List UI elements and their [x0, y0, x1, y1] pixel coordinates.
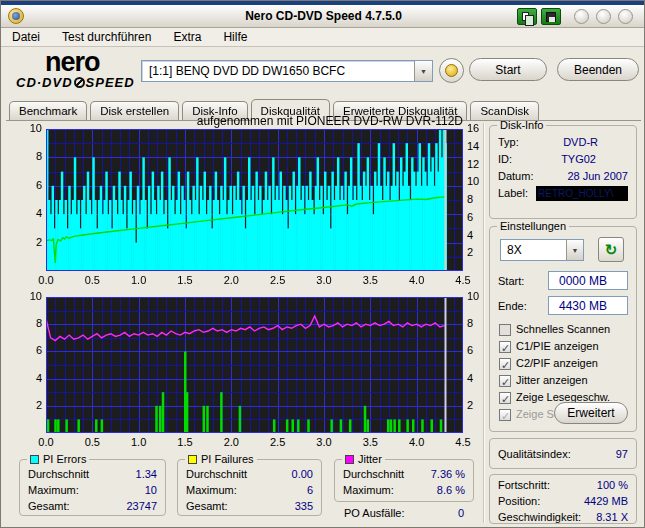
cyan-swatch-icon	[30, 455, 39, 464]
stat-value: 10	[145, 482, 157, 498]
axis-tick-label: 1.0	[124, 274, 154, 286]
advanced-button[interactable]: Erweitert	[554, 402, 628, 424]
disk-date-value: 28 Jun 2007	[567, 168, 628, 185]
checkbox-c2-pif[interactable]: C2/PIF anzeigen	[490, 355, 636, 372]
stat-value: 6	[307, 482, 313, 498]
axis-tick-label: 4.0	[402, 436, 432, 448]
stat-value: 0.00	[292, 466, 313, 482]
pi-errors-legend: PI Errors	[27, 453, 89, 465]
axis-tick-label: 2.0	[216, 436, 246, 448]
axis-tick-label: 6	[467, 211, 487, 223]
axis-tick-label: 4.0	[402, 274, 432, 286]
axis-tick-label: 3.5	[355, 274, 385, 286]
progress-group: Fortschritt:100 % Position:4429 MB Gesch…	[489, 474, 637, 524]
chevron-down-icon[interactable]: ▼	[566, 240, 583, 260]
disk-type-value: DVD-R	[563, 134, 598, 151]
axis-tick-label: 2	[17, 399, 42, 411]
checkbox-jitter[interactable]: Jitter anzeigen	[490, 372, 636, 389]
nero-logo: nero	[45, 49, 100, 75]
jitter-group: Jitter Durchschnitt7.36 % Maximum:8.6 %	[334, 459, 474, 502]
stat-label: Maximum:	[28, 482, 79, 498]
refresh-button[interactable]: ↻	[598, 237, 624, 262]
axis-tick-label: 8	[17, 150, 42, 162]
stat-label: Maximum:	[343, 482, 394, 498]
checkbox-icon	[499, 392, 511, 404]
speed-select[interactable]: 8X ▼	[500, 239, 584, 261]
axis-tick-label: 4.5	[448, 274, 478, 286]
position-value: 4429 MB	[584, 493, 628, 509]
quality-index-label: Qualitätsindex:	[498, 446, 571, 462]
axis-tick-label: 0.0	[31, 436, 61, 448]
end-label: Ende:	[498, 298, 527, 314]
stat-label: Gesamt:	[186, 498, 228, 514]
pi-failures-legend: PI Failures	[185, 453, 257, 465]
disk-date-label: Datum:	[498, 168, 533, 185]
disk-id-label: ID:	[498, 151, 512, 168]
yellow-swatch-icon	[188, 455, 197, 464]
settings-title: Einstellungen	[497, 220, 569, 232]
eject-disc-button[interactable]	[439, 58, 464, 83]
maximize-button[interactable]	[596, 9, 611, 24]
menu-extra[interactable]: Extra	[162, 30, 212, 44]
disk-info-group: Disk-Info Typ:DVD-R ID:TYG02 Datum:28 Ju…	[489, 125, 637, 219]
logo-cddvd: CD·DVD	[16, 75, 73, 90]
po-failures-row: PO Ausfälle: 0	[336, 505, 472, 521]
axis-tick-label: 10	[467, 175, 487, 187]
speed-label: Geschwindigkeit:	[498, 509, 581, 525]
axis-tick-label: 6	[17, 344, 42, 356]
stat-value: 1.34	[136, 466, 157, 482]
minimize-button[interactable]	[574, 9, 589, 24]
end-input[interactable]: 4430 MB	[548, 296, 628, 315]
disc-bolt-icon	[74, 77, 85, 88]
axis-tick-label: 2.0	[216, 274, 246, 286]
axis-tick-label: 3.0	[309, 274, 339, 286]
quit-button[interactable]: Beenden	[557, 58, 639, 81]
quality-index-value: 97	[616, 446, 628, 462]
stat-label: Durchschnitt	[186, 466, 247, 482]
stat-value: 8.6 %	[437, 482, 465, 498]
axis-tick-label: 2	[467, 399, 487, 411]
start-input[interactable]: 0000 MB	[548, 271, 628, 290]
axis-tick-label: 14	[467, 140, 487, 152]
save-icon[interactable]	[541, 8, 561, 25]
axis-tick-label: 4.5	[448, 436, 478, 448]
disc-icon	[445, 64, 458, 77]
menu-bar: Datei Test durchführen Extra Hilfe	[1, 28, 645, 47]
axis-tick-label: 0.0	[31, 274, 61, 286]
checkbox-schnelles-scannen[interactable]: Schnelles Scannen	[490, 321, 636, 338]
pi-errors-group: PI Errors Durchschnitt1.34 Maximum:10 Ge…	[19, 459, 166, 516]
axis-tick-label: 4	[17, 207, 42, 219]
checkbox-icon	[499, 358, 511, 370]
start-button[interactable]: Start	[469, 58, 547, 81]
axis-tick-label: 8	[17, 317, 42, 329]
axis-tick-label: 8	[467, 193, 487, 205]
progress-value: 100 %	[597, 477, 628, 493]
checkbox-c1-pie[interactable]: C1/PIE anzeigen	[490, 338, 636, 355]
close-button[interactable]	[618, 9, 633, 24]
axis-tick-label: 12	[467, 158, 487, 170]
stat-value: 23747	[126, 498, 157, 514]
po-failures-value: 0	[458, 505, 464, 521]
axis-tick-label: 2	[17, 236, 42, 248]
stat-value: 335	[295, 498, 313, 514]
copy-icon[interactable]	[517, 8, 537, 25]
chart-recorded-with-label: aufgenommen mit PIONEER DVD-RW DVR-112D	[46, 114, 463, 128]
checkbox-label: Schnelles Scannen	[516, 321, 610, 338]
stat-label: Maximum:	[186, 482, 237, 498]
pi-failures-group: PI Failures Durchschnitt0.00 Maximum:6 G…	[177, 459, 322, 516]
checkbox-label: C1/PIE anzeigen	[516, 338, 599, 355]
menu-test-durchfuehren[interactable]: Test durchführen	[51, 30, 162, 44]
axis-tick-label: 4	[467, 229, 487, 241]
menu-hilfe[interactable]: Hilfe	[212, 30, 258, 44]
axis-tick-label: 6	[467, 344, 487, 356]
axis-tick-label: 2.5	[263, 436, 293, 448]
axis-tick-label: 1.5	[170, 436, 200, 448]
drive-select[interactable]: [1:1] BENQ DVD DD DW1650 BCFC ▼	[141, 60, 433, 82]
tab-scandisk[interactable]: ScanDisk	[470, 101, 539, 121]
chevron-down-icon[interactable]: ▼	[414, 61, 432, 81]
menu-datei[interactable]: Datei	[1, 30, 51, 44]
axis-tick-label: 2	[467, 246, 487, 258]
stat-label: Durchschnitt	[343, 466, 404, 482]
axis-tick-label: 8	[467, 317, 487, 329]
axis-tick-label: 10	[17, 122, 42, 134]
